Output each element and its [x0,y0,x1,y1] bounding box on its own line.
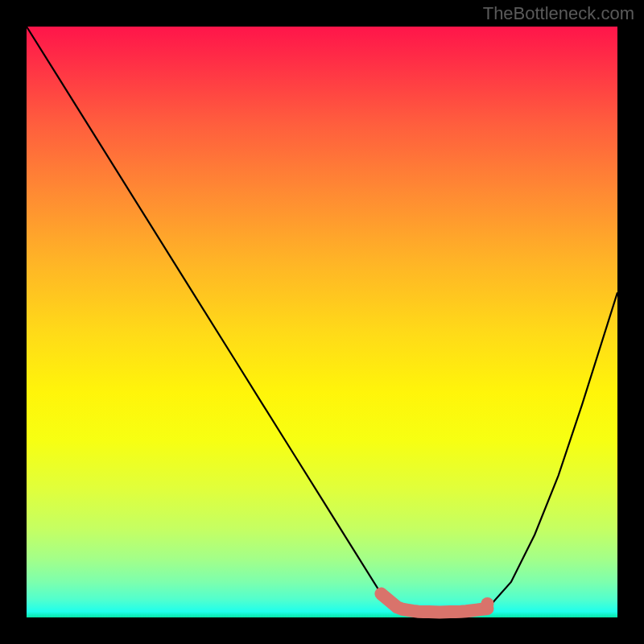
watermark-text: TheBottleneck.com [483,3,634,24]
highlight-segment [381,594,487,613]
chart-svg [27,27,617,617]
chart-plot-area [27,27,617,617]
curve-path [27,27,617,612]
highlight-end-dot [481,597,494,610]
